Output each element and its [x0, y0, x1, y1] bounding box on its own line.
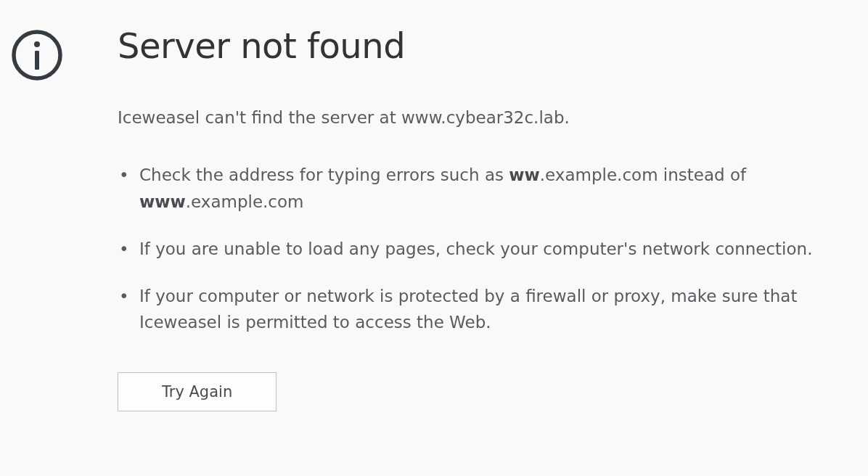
content-column: Server not found Iceweasel can't find th… — [118, 25, 839, 411]
error-tip: If you are unable to load any pages, che… — [118, 236, 839, 263]
error-tip: If your computer or network is protected… — [118, 283, 839, 337]
icon-column — [11, 25, 63, 84]
try-again-button[interactable]: Try Again — [118, 372, 277, 411]
error-title: Server not found — [118, 25, 839, 66]
error-page: Server not found Iceweasel can't find th… — [11, 25, 839, 411]
svg-rect-2 — [35, 51, 39, 70]
svg-point-1 — [34, 41, 40, 47]
error-tip: Check the address for typing errors such… — [118, 162, 839, 216]
info-icon — [11, 29, 63, 81]
error-subtitle: Iceweasel can't find the server at www.c… — [118, 106, 839, 129]
error-tips-list: Check the address for typing errors such… — [118, 162, 839, 336]
